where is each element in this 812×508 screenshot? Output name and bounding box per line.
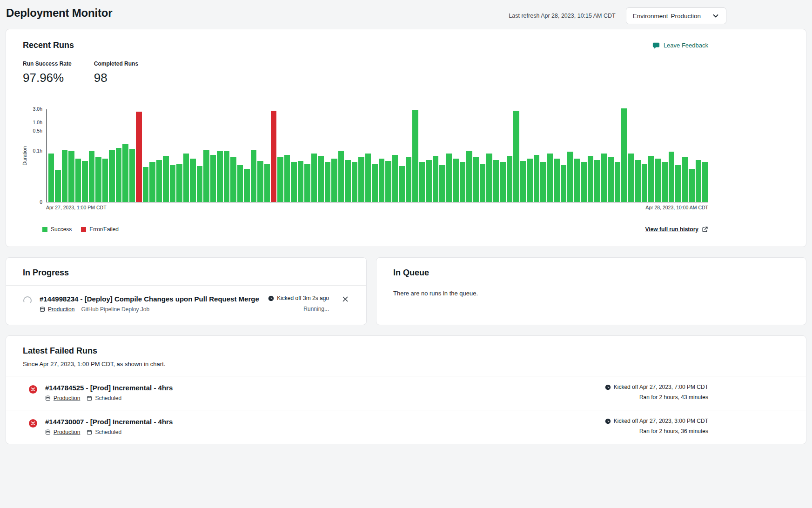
chart-bar-success[interactable] [507,156,512,202]
chart-bar-success[interactable] [237,165,243,202]
chart-bar-success[interactable] [594,160,600,202]
chart-bar-success[interactable] [304,164,310,202]
chart-bar-success[interactable] [318,156,323,202]
chart-bar-success[interactable] [426,160,431,202]
chart-bar-success[interactable] [149,162,155,202]
chart-bar-success[interactable] [75,159,81,202]
view-full-run-history-link[interactable]: View full run history [645,226,708,233]
chart-bar-success[interactable] [486,154,492,202]
chart-bar-success[interactable] [129,149,135,202]
chart-bar-success[interactable] [648,156,654,202]
chart-bar-success[interactable] [203,150,209,202]
chart-bar-success[interactable] [109,150,114,202]
chart-bar-success[interactable] [567,152,573,202]
chart-bar-success[interactable] [284,155,290,202]
chart-bar-success[interactable] [561,165,566,202]
chart-bar-success[interactable] [547,154,553,202]
chart-bar-success[interactable] [655,159,661,202]
chart-bar-success[interactable] [615,162,620,202]
chart-bar-success[interactable] [264,164,270,202]
chart-bar-success[interactable] [224,151,229,202]
chart-bar-success[interactable] [183,154,189,202]
chart-bar-success[interactable] [446,154,452,202]
close-icon[interactable] [341,295,349,303]
run-title[interactable]: #144730007 - [Prod] Incremental - 4hrs [45,418,173,426]
chart-bar-success[interactable] [244,169,249,202]
chart-bar-success[interactable] [493,160,499,202]
chart-bar-success[interactable] [540,162,546,202]
chart-bar-success[interactable] [156,160,162,202]
chart-bar-success[interactable] [460,162,465,202]
run-title[interactable]: #144784525 - [Prod] Incremental - 4hrs [45,384,173,392]
chart-bar-success[interactable] [439,165,445,202]
chart-bar-success[interactable] [379,159,384,202]
chart-bar-success[interactable] [95,157,101,202]
chart-bar-success[interactable] [143,167,148,202]
chart-bar-success[interactable] [534,155,539,202]
chart-bar-success[interactable] [372,164,377,202]
chart-bar-success[interactable] [210,155,216,202]
chart-bar-success[interactable] [190,159,195,202]
run-title[interactable]: #144998234 - [Deploy] Compile Changes up… [40,295,259,303]
chart-bar-success[interactable] [102,159,108,202]
chart-bar-success[interactable] [358,157,364,202]
chart-bar-success[interactable] [338,151,344,202]
chart-bar-success[interactable] [116,148,121,202]
chart-bar-success[interactable] [675,165,681,202]
chart-bar-success[interactable] [433,156,438,202]
chart-bar-success[interactable] [696,160,701,202]
chart-bar-success[interactable] [48,154,54,202]
chart-bar-success[interactable] [453,159,458,202]
chart-bar-success[interactable] [325,162,330,202]
chart-bar-success[interactable] [345,160,350,202]
environment-link[interactable]: Production [48,306,74,313]
chart-bar-success[interactable] [197,166,202,202]
chart-bar-success[interactable] [176,164,182,202]
chart-bar-error[interactable] [136,112,141,202]
chart-bar-success[interactable] [702,162,708,202]
chart-bar-success[interactable] [480,164,485,202]
chart-bar-success[interactable] [62,150,67,202]
environment-dropdown[interactable]: Environment Production [626,7,726,24]
chart-bar-success[interactable] [601,154,607,202]
chart-bar-success[interactable] [291,162,296,202]
chart-bar-success[interactable] [257,161,263,202]
chart-bar-success[interactable] [527,159,532,202]
chart-bar-success[interactable] [406,157,411,202]
chart-bar-success[interactable] [662,162,667,202]
chart-bar-success[interactable] [608,157,613,202]
chart-bar-success[interactable] [520,161,526,202]
chart-bar-success[interactable] [392,155,398,202]
chart-bar-success[interactable] [669,152,674,202]
chart-bar-success[interactable] [55,170,60,202]
chart-bar-success[interactable] [68,151,74,202]
chart-bar-success[interactable] [500,162,505,202]
chart-bar-success[interactable] [277,157,283,202]
chart-bar-success[interactable] [399,166,404,202]
chart-bar-success[interactable] [122,144,128,202]
chart-bar-success[interactable] [642,164,647,202]
environment-link[interactable]: Production [54,429,80,435]
chart-bar-success[interactable] [331,159,337,202]
chart-bar-success[interactable] [298,161,303,202]
chart-bar-success[interactable] [365,154,371,202]
chart-bar-success[interactable] [412,110,418,202]
chart-bar-success[interactable] [689,169,694,202]
chart-bar-success[interactable] [170,165,175,202]
chart-bar-success[interactable] [554,159,559,202]
chart-bar-success[interactable] [513,111,519,202]
chart-bar-success[interactable] [635,160,640,202]
chart-bar-success[interactable] [473,157,479,202]
chart-bar-success[interactable] [621,108,627,202]
chart-bar-success[interactable] [217,151,222,202]
chart-bar-success[interactable] [588,156,593,202]
chart-bar-success[interactable] [385,161,391,202]
chart-bar-success[interactable] [628,154,634,202]
environment-link[interactable]: Production [54,395,80,401]
chart-bar-success[interactable] [419,162,425,202]
chart-bar-error[interactable] [271,111,276,202]
chart-bar-success[interactable] [230,157,236,202]
chart-bar-success[interactable] [82,161,87,202]
chart-bar-success[interactable] [311,154,317,202]
chart-bar-success[interactable] [89,151,94,202]
